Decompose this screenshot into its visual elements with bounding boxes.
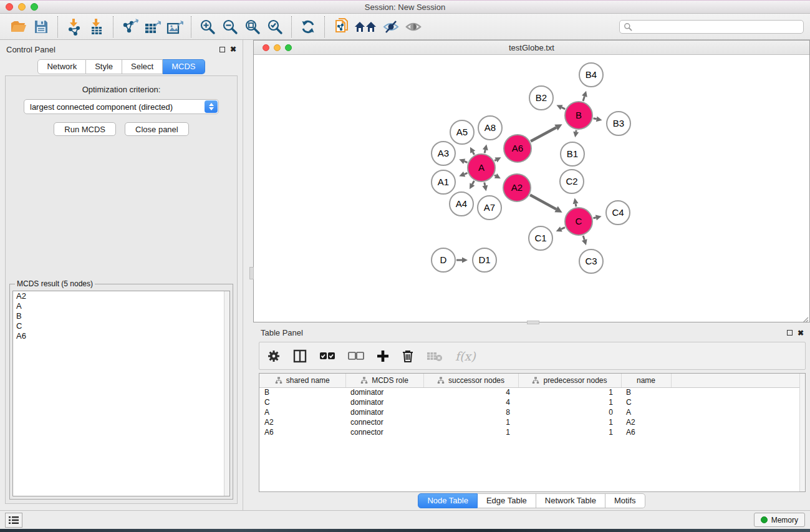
- table-row[interactable]: Adominator80A: [259, 407, 805, 417]
- table-cell[interactable]: C: [259, 397, 345, 407]
- result-list-scrollbar[interactable]: [224, 291, 229, 496]
- column-selector-icon[interactable]: [293, 349, 307, 363]
- graph-node-C[interactable]: C: [565, 208, 592, 235]
- graph-edge-A-A7[interactable]: [482, 183, 488, 191]
- import-network-icon[interactable]: [63, 16, 85, 37]
- graph-node-A1[interactable]: A1: [432, 170, 455, 194]
- graph-node-A8[interactable]: A8: [478, 116, 502, 140]
- result-list-item[interactable]: B: [13, 311, 229, 321]
- export-table-icon[interactable]: [141, 16, 163, 37]
- table-cell[interactable]: dominator: [345, 387, 423, 397]
- close-table-panel-icon[interactable]: ✖: [798, 330, 804, 336]
- table-cell[interactable]: B: [621, 387, 671, 397]
- graph-node-B1[interactable]: B1: [561, 142, 584, 166]
- graph-node-B3[interactable]: B3: [607, 112, 630, 135]
- save-session-icon[interactable]: [30, 16, 52, 37]
- table-row[interactable]: Bdominator41B: [259, 387, 805, 397]
- graph-edge-A-A3[interactable]: [459, 158, 467, 163]
- graph-edge-A-A5[interactable]: [470, 147, 475, 155]
- graph-node-A4[interactable]: A4: [450, 192, 473, 216]
- table-cell[interactable]: 1: [518, 427, 621, 437]
- result-list-item[interactable]: A: [13, 301, 229, 311]
- delete-column-trash-icon[interactable]: [402, 349, 414, 363]
- show-graphics-details-icon[interactable]: [402, 16, 425, 37]
- table-cell[interactable]: 1: [518, 417, 621, 427]
- graph-edge-A-A2[interactable]: [494, 173, 501, 178]
- select-all-rows-icon[interactable]: [319, 352, 335, 360]
- graph-edge-C-C2[interactable]: [573, 198, 579, 207]
- window-resize-grip[interactable]: [802, 314, 809, 321]
- graph-node-A7[interactable]: A7: [478, 196, 501, 220]
- task-history-button[interactable]: [5, 513, 22, 528]
- import-table-icon[interactable]: [85, 16, 108, 37]
- column-header-predecessor-nodes[interactable]: predecessor nodes: [518, 374, 621, 387]
- tab-network-table[interactable]: Network Table: [536, 493, 605, 508]
- table-cell[interactable]: A6: [259, 427, 345, 437]
- deselect-all-rows-icon[interactable]: [348, 352, 364, 360]
- table-cell[interactable]: connector: [345, 417, 423, 427]
- table-cell[interactable]: 1: [518, 387, 621, 397]
- table-cell[interactable]: 0: [518, 407, 621, 417]
- close-panel-icon[interactable]: ✖: [230, 46, 236, 52]
- memory-button[interactable]: Memory: [754, 513, 805, 527]
- graph-edge-C-C3[interactable]: [582, 236, 587, 245]
- graph-node-A3[interactable]: A3: [432, 142, 455, 165]
- delete-table-icon[interactable]: [427, 351, 443, 362]
- open-session-icon[interactable]: [7, 16, 30, 37]
- graph-node-A5[interactable]: A5: [450, 120, 474, 144]
- refresh-icon[interactable]: [297, 16, 319, 37]
- tab-select[interactable]: Select: [122, 59, 163, 74]
- export-image-icon[interactable]: [163, 16, 186, 37]
- graph-edge-A-A8[interactable]: [483, 144, 488, 153]
- float-panel-icon[interactable]: [219, 47, 225, 52]
- table-cell[interactable]: dominator: [345, 397, 423, 407]
- graph-edge-B-B2[interactable]: [556, 105, 565, 110]
- table-cell[interactable]: 8: [423, 407, 518, 417]
- table-row[interactable]: A6connector11A6: [259, 427, 805, 437]
- graph-node-C4[interactable]: C4: [606, 201, 630, 225]
- float-table-panel-icon[interactable]: [787, 330, 793, 336]
- table-cell[interactable]: C: [621, 397, 671, 407]
- column-header-successor-nodes[interactable]: successor nodes: [423, 374, 518, 387]
- table-cell[interactable]: A: [259, 407, 345, 417]
- cyndex-home-icon[interactable]: [352, 16, 380, 37]
- graph-node-C2[interactable]: C2: [560, 170, 584, 193]
- graph-edge-A-A1[interactable]: [459, 172, 467, 177]
- function-builder-icon[interactable]: f(x): [455, 349, 476, 363]
- graph-node-B[interactable]: B: [565, 102, 592, 129]
- graph-node-A[interactable]: A: [468, 154, 495, 181]
- graph-edge-D-D1[interactable]: [456, 258, 468, 263]
- graph-node-C1[interactable]: C1: [529, 226, 552, 250]
- tab-motifs[interactable]: Motifs: [605, 493, 645, 508]
- graph-edge-A-A4[interactable]: [470, 181, 475, 189]
- optimization-criterion-select[interactable]: largest connected component (directed): [24, 99, 219, 114]
- table-cell[interactable]: A6: [621, 427, 671, 437]
- graph-node-D[interactable]: D: [432, 248, 455, 272]
- hide-graphics-details-icon[interactable]: [380, 16, 402, 37]
- export-network-icon[interactable]: [118, 16, 141, 37]
- column-header-name[interactable]: name: [621, 374, 671, 387]
- graph-edge-B-B3[interactable]: [594, 116, 602, 122]
- tab-edge-table[interactable]: Edge Table: [478, 493, 536, 508]
- result-list-item[interactable]: C: [13, 321, 229, 331]
- vertical-split-handle[interactable]: [249, 267, 254, 279]
- graph-node-A2[interactable]: A2: [503, 174, 531, 201]
- table-scrollbar[interactable]: [799, 374, 805, 491]
- graph-edge-B-B4[interactable]: [582, 91, 587, 101]
- table-cell[interactable]: 1: [423, 417, 518, 427]
- graph-edge-A2-C[interactable]: [530, 195, 562, 212]
- search-input[interactable]: [619, 20, 804, 34]
- table-settings-gear-icon[interactable]: [267, 349, 281, 363]
- table-cell[interactable]: dominator: [345, 407, 423, 417]
- close-panel-button[interactable]: Close panel: [125, 122, 189, 136]
- graph-node-C3[interactable]: C3: [579, 249, 603, 273]
- tab-network[interactable]: Network: [37, 59, 86, 74]
- result-list-item[interactable]: A6: [13, 331, 229, 341]
- graph-node-B4[interactable]: B4: [579, 63, 603, 87]
- table-cell[interactable]: A2: [259, 417, 345, 427]
- graph-node-A6[interactable]: A6: [504, 135, 531, 162]
- graph-edge-C-C1[interactable]: [556, 226, 565, 231]
- graph-node-B2[interactable]: B2: [529, 86, 553, 110]
- column-header-shared-name[interactable]: shared name: [259, 374, 345, 387]
- tab-node-table[interactable]: Node Table: [418, 493, 478, 508]
